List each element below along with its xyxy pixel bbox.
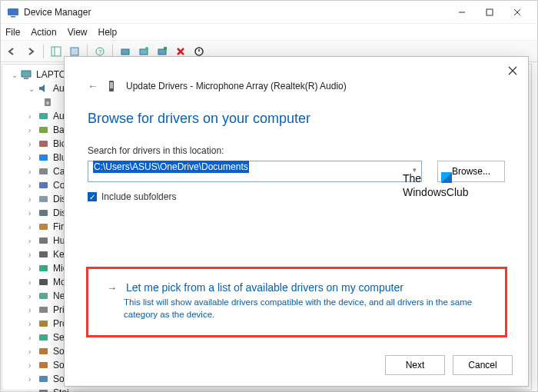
svg-rect-26 xyxy=(39,154,48,161)
device-category-icon xyxy=(38,152,50,163)
device-category-icon xyxy=(38,332,50,343)
expand-icon[interactable]: › xyxy=(28,278,36,287)
svg-rect-41 xyxy=(39,362,48,368)
window-controls xyxy=(448,2,531,23)
device-category-icon xyxy=(38,166,50,177)
expand-icon[interactable]: › xyxy=(28,237,36,245)
svg-rect-15 xyxy=(164,47,167,50)
svg-rect-11 xyxy=(121,49,129,55)
device-category-icon xyxy=(38,304,50,315)
svg-rect-37 xyxy=(39,307,48,313)
dialog-back-button[interactable]: ← xyxy=(88,80,98,92)
update-drivers-dialog: ← Update Drivers - Microphone Array (Rea… xyxy=(64,56,529,387)
expand-icon[interactable]: › xyxy=(28,375,36,384)
audio-icon xyxy=(38,83,50,94)
device-category-icon xyxy=(38,277,50,287)
svg-rect-28 xyxy=(39,182,48,188)
menu-action[interactable]: Action xyxy=(31,27,56,38)
expand-icon[interactable]: › xyxy=(28,126,36,135)
expand-icon[interactable]: › xyxy=(28,320,36,328)
pick-from-list-option[interactable]: → Let me pick from a list of available d… xyxy=(86,267,507,337)
expand-icon[interactable]: › xyxy=(28,264,36,273)
svg-rect-8 xyxy=(71,48,78,55)
svg-rect-38 xyxy=(39,321,48,327)
watermark-line1: The xyxy=(403,172,421,184)
svg-rect-25 xyxy=(39,141,48,147)
collapse-icon[interactable]: ⌄ xyxy=(12,71,19,79)
expand-icon[interactable]: › xyxy=(28,251,36,259)
svg-rect-27 xyxy=(39,168,48,174)
maximize-button[interactable] xyxy=(476,2,503,23)
watermark-logo-icon xyxy=(441,172,452,183)
device-category-icon xyxy=(38,235,50,246)
expand-icon[interactable]: › xyxy=(28,361,36,370)
device-category-icon xyxy=(38,208,50,218)
computer-icon xyxy=(21,69,33,80)
menu-view[interactable]: View xyxy=(68,27,88,38)
forward-button[interactable] xyxy=(22,43,39,60)
tree-item[interactable]: ›Stoi xyxy=(28,386,531,392)
expand-icon[interactable]: › xyxy=(28,154,36,162)
svg-point-22 xyxy=(46,101,49,105)
device-category-icon xyxy=(38,111,50,121)
device-manager-window: Device Manager File Action View Help ? ⌄ xyxy=(0,0,538,392)
expand-icon[interactable]: › xyxy=(28,181,36,190)
expand-icon[interactable]: › xyxy=(28,195,36,204)
expand-icon[interactable]: › xyxy=(28,292,36,301)
window-title: Device Manager xyxy=(24,7,448,18)
include-subfolders-label: Include subfolders xyxy=(101,191,176,202)
svg-rect-19 xyxy=(22,71,31,77)
app-icon xyxy=(7,6,19,18)
minimize-button[interactable] xyxy=(448,2,476,23)
svg-rect-24 xyxy=(39,127,48,133)
device-category-icon xyxy=(38,318,50,329)
cancel-button[interactable]: Cancel xyxy=(453,355,513,375)
expand-icon[interactable]: › xyxy=(28,223,36,231)
menu-bar: File Action View Help xyxy=(1,24,537,41)
svg-rect-32 xyxy=(39,238,48,244)
svg-rect-30 xyxy=(39,210,48,216)
driver-path-combobox[interactable]: C:\Users\ASUS\OneDrive\Documents ▾ xyxy=(88,161,422,182)
menu-help[interactable]: Help xyxy=(98,27,118,38)
separator xyxy=(43,45,44,58)
device-category-icon xyxy=(38,221,50,232)
svg-rect-29 xyxy=(39,196,48,202)
dialog-close-button[interactable] xyxy=(503,61,522,80)
device-category-icon xyxy=(38,249,50,260)
expand-icon[interactable]: › xyxy=(28,112,36,121)
svg-rect-39 xyxy=(39,334,48,341)
svg-rect-36 xyxy=(39,293,48,299)
device-category-icon xyxy=(38,360,50,370)
back-button[interactable] xyxy=(4,43,21,60)
expand-icon[interactable]: › xyxy=(28,389,36,393)
device-category-icon xyxy=(38,125,50,135)
expand-icon[interactable]: › xyxy=(28,168,36,176)
show-hide-tree-button[interactable] xyxy=(48,43,65,60)
svg-rect-34 xyxy=(39,265,48,271)
expand-icon[interactable]: › xyxy=(28,306,36,314)
dialog-title: Update Drivers - Microphone Array (Realt… xyxy=(126,81,347,91)
svg-point-13 xyxy=(145,47,148,50)
device-category-icon xyxy=(38,374,50,384)
close-button[interactable] xyxy=(503,2,531,23)
pick-from-list-description: This list will show available drivers co… xyxy=(107,297,487,321)
include-subfolders-checkbox[interactable]: ✓ xyxy=(88,192,97,201)
svg-rect-3 xyxy=(487,9,493,15)
device-category-icon xyxy=(38,346,50,357)
titlebar: Device Manager xyxy=(1,1,537,24)
pick-from-list-title: Let me pick from a list of available dri… xyxy=(126,281,404,294)
svg-rect-47 xyxy=(110,82,113,88)
expand-icon[interactable]: › xyxy=(28,347,36,356)
expand-icon[interactable]: › xyxy=(28,140,36,148)
watermark: The WindowsClub xyxy=(403,172,469,199)
svg-rect-33 xyxy=(39,251,48,257)
svg-rect-35 xyxy=(39,279,48,285)
next-button[interactable]: Next xyxy=(385,355,445,375)
collapse-icon[interactable]: ⌄ xyxy=(28,85,36,93)
expand-icon[interactable]: › xyxy=(28,209,36,218)
svg-rect-23 xyxy=(39,113,48,119)
menu-file[interactable]: File xyxy=(5,27,20,38)
device-category-icon xyxy=(38,180,50,191)
expand-icon[interactable]: › xyxy=(28,334,36,342)
device-category-icon xyxy=(38,194,50,204)
